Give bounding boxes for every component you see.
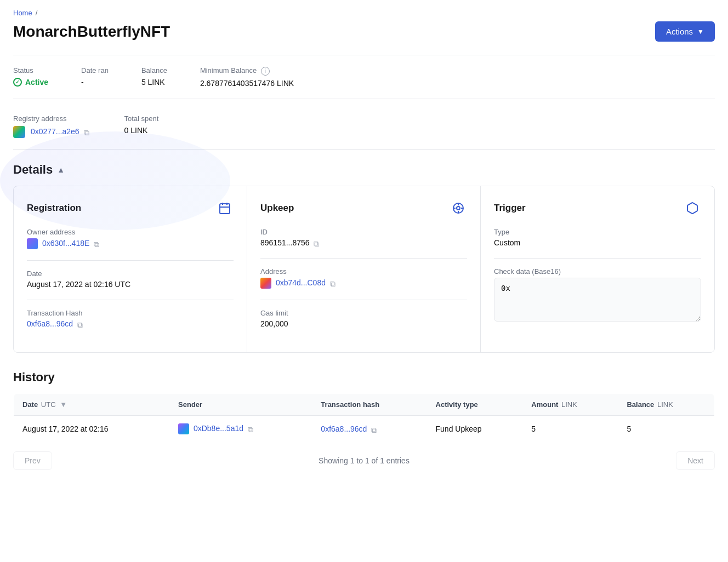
divider — [27, 260, 234, 261]
balance-item: Balance 5 LINK — [141, 66, 167, 88]
check-data-label: Check data (Base16) — [494, 267, 701, 276]
registry-value: 0x0277...a2e6 ⧉ — [13, 126, 92, 138]
registration-title: Registration — [27, 203, 81, 214]
history-title: History — [13, 370, 715, 385]
actions-label: Actions — [666, 27, 693, 36]
cell-tx-hash: 0xf6a8...96cd ⧉ — [312, 415, 426, 442]
total-spent-label: Total spent — [124, 114, 159, 123]
svg-point-5 — [457, 207, 460, 210]
upkeep-avatar-icon — [260, 278, 271, 289]
copy-tx-icon[interactable]: ⧉ — [77, 320, 85, 328]
calendar-icon — [216, 199, 234, 217]
copy-sender-icon[interactable]: ⧉ — [248, 425, 255, 433]
table-row: August 17, 2022 at 02:16 0xDb8e...5a1d ⧉… — [14, 415, 715, 442]
breadcrumb-home[interactable]: Home — [13, 9, 32, 17]
upkeep-address-field: Address 0xb74d...C08d ⧉ — [260, 267, 467, 289]
tx-hash-field: Transaction Hash 0xf6a8...96cd ⧉ — [27, 309, 234, 328]
col-tx-hash: Transaction hash — [312, 393, 426, 415]
min-balance-value: 2.6787761403517476 LINK — [200, 79, 294, 88]
date-ran-value: - — [81, 78, 109, 87]
min-balance-item: Minimum Balance i 2.6787761403517476 LIN… — [200, 66, 294, 88]
date-value: August 17, 2022 at 02:16 UTC — [27, 280, 234, 289]
status-item: Status Active — [13, 66, 48, 88]
cell-amount: 5 — [522, 415, 618, 442]
date-ran-item: Date ran - — [81, 66, 109, 88]
balance-label: Balance — [141, 66, 167, 74]
upkeep-address-label: Address — [260, 267, 467, 276]
gas-limit-value: 200,000 — [260, 319, 467, 328]
chevron-down-icon: ▼ — [697, 28, 704, 36]
history-section: History Date UTC ▼ Sender Transaction ha… — [13, 370, 715, 470]
owner-address-field: Owner address 0x630f...418E ⧉ — [27, 228, 234, 249]
trigger-title: Trigger — [494, 203, 526, 214]
total-spent-item: Total spent 0 LINK — [124, 114, 159, 138]
active-dot-icon — [13, 78, 22, 87]
copy-id-icon[interactable]: ⧉ — [314, 239, 321, 247]
copy-registry-icon[interactable]: ⧉ — [84, 128, 92, 136]
divider — [260, 300, 467, 300]
date-field: Date August 17, 2022 at 02:16 UTC — [27, 269, 234, 289]
date-label: Date — [27, 269, 234, 278]
details-title: Details — [13, 163, 53, 177]
check-data-input[interactable] — [494, 278, 701, 322]
table-body: August 17, 2022 at 02:16 0xDb8e...5a1d ⧉… — [14, 415, 715, 442]
history-table: Date UTC ▼ Sender Transaction hash Activ… — [13, 393, 715, 443]
status-bar: Status Active Date ran - Balance 5 LINK … — [13, 55, 715, 99]
registry-avatar-icon — [13, 126, 25, 138]
registration-card-header: Registration — [27, 199, 234, 217]
col-activity-type: Activity type — [427, 393, 523, 415]
registry-address-item: Registry address 0x0277...a2e6 ⧉ — [13, 114, 92, 138]
tx-hash-label: Transaction Hash — [27, 309, 234, 317]
date-ran-label: Date ran — [81, 66, 109, 74]
copy-upkeep-addr-icon[interactable]: ⧉ — [330, 279, 338, 287]
cell-activity-type: Fund Upkeep — [427, 415, 523, 442]
divider — [27, 300, 234, 300]
gas-limit-label: Gas limit — [260, 309, 467, 317]
status-value: Active — [13, 78, 48, 87]
upkeep-icon — [450, 199, 467, 217]
actions-button[interactable]: Actions ▼ — [655, 21, 715, 42]
col-sender: Sender — [169, 393, 312, 415]
registry-label: Registry address — [13, 114, 92, 123]
chevron-up-icon[interactable]: ▲ — [57, 165, 65, 174]
breadcrumb: Home / — [13, 9, 715, 17]
sort-date-icon: ▼ — [60, 400, 67, 409]
trigger-card-header: Trigger — [494, 199, 701, 217]
trigger-icon — [684, 199, 701, 217]
upkeep-card: Upkeep ID 896151...8756 ⧉ — [247, 186, 481, 352]
col-date[interactable]: Date UTC ▼ — [14, 393, 170, 415]
registration-card: Registration Owner address 0x630f...418E… — [14, 186, 247, 352]
gas-limit-field: Gas limit 200,000 — [260, 309, 467, 328]
upkeep-address-value: 0xb74d...C08d ⧉ — [260, 278, 467, 289]
page-header: MonarchButterflyNFT Actions ▼ — [13, 21, 715, 42]
upkeep-id-value: 896151...8756 ⧉ — [260, 238, 467, 247]
upkeep-id-field: ID 896151...8756 ⧉ — [260, 228, 467, 247]
svg-rect-0 — [220, 204, 230, 214]
trigger-type-label: Type — [494, 228, 701, 236]
tx-hash-value: 0xf6a8...96cd ⧉ — [27, 319, 234, 328]
owner-address-value: 0x630f...418E ⧉ — [27, 238, 234, 249]
pagination: Prev Showing 1 to 1 of 1 entries Next — [13, 451, 715, 470]
divider — [494, 258, 701, 259]
cell-sender: 0xDb8e...5a1d ⧉ — [169, 415, 312, 442]
pagination-info: Showing 1 to 1 of 1 entries — [318, 456, 410, 465]
copy-owner-icon[interactable]: ⧉ — [94, 240, 101, 248]
prev-button[interactable]: Prev — [13, 451, 52, 470]
trigger-card: Trigger Type Custom Check data (Base16) — [481, 186, 714, 352]
page-title: MonarchButterflyNFT — [13, 23, 170, 41]
details-grid: Registration Owner address 0x630f...418E… — [13, 186, 715, 353]
min-balance-label: Minimum Balance i — [200, 66, 294, 76]
cell-balance: 5 — [618, 415, 714, 442]
copy-history-tx-icon[interactable]: ⧉ — [371, 426, 379, 433]
cell-date: August 17, 2022 at 02:16 — [14, 415, 170, 442]
status-label: Status — [13, 66, 48, 74]
total-spent-value: 0 LINK — [124, 126, 159, 135]
next-button[interactable]: Next — [676, 451, 715, 470]
table-head: Date UTC ▼ Sender Transaction hash Activ… — [14, 393, 715, 415]
trigger-type-value: Custom — [494, 238, 701, 247]
info-icon: i — [261, 67, 270, 76]
sender-avatar-icon — [178, 423, 189, 434]
col-amount: Amount LINK — [522, 393, 618, 415]
col-balance: Balance LINK — [618, 393, 714, 415]
upkeep-title: Upkeep — [260, 203, 294, 214]
